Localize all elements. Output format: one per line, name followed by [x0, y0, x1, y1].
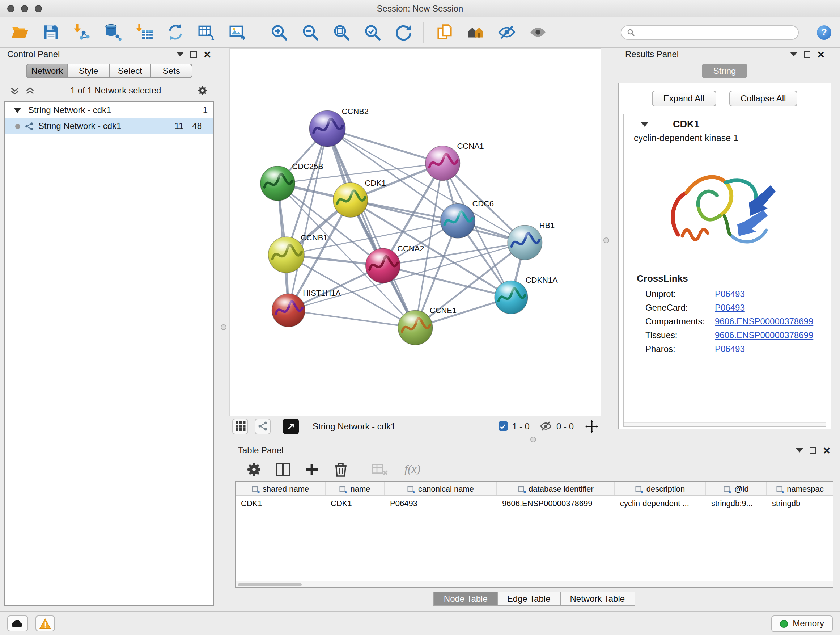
crosslink-link[interactable]: 9606.ENSP00000378699: [715, 330, 813, 340]
table-panel-collapse-icon[interactable]: [796, 448, 803, 453]
tab-edge-table[interactable]: Edge Table: [498, 592, 561, 606]
delete-table-button-disabled[interactable]: [371, 461, 388, 478]
right-splitter-handle[interactable]: [603, 238, 609, 243]
grid-view-button[interactable]: [232, 418, 248, 434]
network-edge[interactable]: [288, 310, 415, 328]
table-row[interactable]: CDK1 CDK1 P06493 9606.ENSP00000378699 cy…: [236, 496, 833, 510]
network-node-CDKN1A[interactable]: CDKN1A: [494, 276, 558, 314]
cell-name[interactable]: CDK1: [325, 496, 385, 510]
new-network-button[interactable]: [164, 21, 186, 43]
tab-string[interactable]: String: [702, 64, 748, 78]
help-button[interactable]: ?: [817, 25, 831, 40]
network-graph[interactable]: CCNB2CCNA1CDC25BCDK1CDC6RB1CCNB1CCNA2CDK…: [230, 49, 600, 416]
cell-namespace[interactable]: stringdb: [767, 496, 833, 510]
left-splitter-handle[interactable]: [221, 325, 226, 330]
table-panel-close-icon[interactable]: ✕: [823, 446, 831, 455]
network-options-gear-icon[interactable]: [197, 85, 208, 96]
save-session-button[interactable]: [40, 21, 62, 43]
tab-sets[interactable]: Sets: [151, 64, 193, 78]
import-table-from-file-button[interactable]: [133, 21, 155, 43]
cloud-status-button[interactable]: [7, 616, 28, 631]
table-horizontal-scrollbar[interactable]: [236, 581, 833, 587]
search-input[interactable]: [639, 28, 793, 36]
search-box[interactable]: [621, 25, 799, 40]
network-row[interactable]: String Network - cdk1 11 48: [5, 118, 213, 134]
hide-button[interactable]: [496, 21, 517, 43]
pan-crosshair-icon[interactable]: [585, 420, 598, 432]
column-header-namespace[interactable]: namespac: [767, 482, 833, 495]
cell-shared-name[interactable]: CDK1: [236, 496, 325, 510]
refresh-button[interactable]: [392, 21, 414, 43]
export-image-button[interactable]: [226, 21, 248, 43]
zoom-window-button[interactable]: [35, 5, 42, 12]
gene-section-collapse-icon[interactable]: [641, 122, 648, 126]
detach-view-button[interactable]: [283, 418, 299, 434]
control-panel-close-icon[interactable]: ✕: [203, 50, 211, 59]
column-header-name[interactable]: name: [325, 482, 385, 495]
network-node-CCNB2[interactable]: CCNB2: [309, 107, 369, 147]
column-header-id[interactable]: @id: [706, 482, 767, 495]
import-network-from-file-button[interactable]: [71, 21, 93, 43]
network-edge[interactable]: [327, 128, 415, 328]
network-node-CCNB1[interactable]: CCNB1: [268, 233, 328, 273]
add-column-button[interactable]: [303, 461, 321, 478]
expand-all-button[interactable]: Expand All: [652, 90, 716, 106]
tab-node-table[interactable]: Node Table: [434, 592, 498, 606]
open-session-button[interactable]: [9, 21, 30, 43]
bottom-splitter-handle[interactable]: [531, 437, 536, 442]
collection-expand-icon[interactable]: [14, 108, 21, 112]
network-collection-row[interactable]: String Network - cdk1 1: [5, 102, 213, 118]
collapse-all-networks-icon[interactable]: [25, 86, 35, 95]
tab-select[interactable]: Select: [110, 64, 151, 78]
hidden-eye-slash-icon[interactable]: [540, 420, 552, 432]
show-button[interactable]: [527, 21, 548, 43]
tab-network[interactable]: Network: [26, 64, 68, 78]
function-builder-button[interactable]: f(x): [404, 463, 420, 476]
table-panel-float-icon[interactable]: [810, 447, 816, 454]
table-options-button[interactable]: [245, 461, 263, 478]
memory-button[interactable]: Memory: [771, 615, 833, 632]
results-horizontal-scrollbar[interactable]: [624, 422, 826, 426]
zoom-selected-button[interactable]: [361, 21, 383, 43]
results-panel-float-icon[interactable]: [804, 51, 810, 57]
warnings-button[interactable]: [35, 616, 55, 631]
collapse-all-button[interactable]: Collapse All: [729, 90, 797, 106]
delete-column-button[interactable]: [332, 461, 349, 478]
selected-checkbox[interactable]: [499, 421, 508, 431]
crosslink-link[interactable]: P06493: [715, 288, 745, 299]
minimize-window-button[interactable]: [21, 5, 28, 12]
network-node-CCNA1[interactable]: CCNA1: [425, 141, 484, 181]
zoom-in-button[interactable]: [268, 21, 289, 43]
network-view-canvas[interactable]: CCNB2CCNA1CDC25BCDK1CDC6RB1CCNB1CCNA2CDK…: [229, 48, 601, 416]
column-header-database-identifier[interactable]: database identifier: [497, 482, 615, 495]
home-button[interactable]: [464, 21, 486, 43]
network-edge[interactable]: [288, 128, 327, 310]
cell-canonical-name[interactable]: P06493: [385, 496, 497, 510]
results-panel-close-icon[interactable]: ✕: [817, 50, 825, 59]
network-node-RB1[interactable]: RB1: [508, 221, 554, 260]
tab-network-table[interactable]: Network Table: [561, 592, 635, 606]
results-panel-collapse-icon[interactable]: [790, 52, 797, 57]
column-header-shared-name[interactable]: shared name: [236, 482, 325, 495]
column-header-description[interactable]: description: [615, 482, 706, 495]
network-node-CDK1[interactable]: CDK1: [333, 179, 386, 218]
tab-style[interactable]: Style: [68, 64, 110, 78]
zoom-out-button[interactable]: [299, 21, 321, 43]
crosslink-link[interactable]: 9606.ENSP00000378699: [715, 316, 813, 326]
zoom-fit-button[interactable]: [330, 21, 352, 43]
copy-document-button[interactable]: [433, 21, 455, 43]
show-columns-button[interactable]: [274, 461, 292, 478]
cell-id[interactable]: stringdb:9...: [706, 496, 767, 510]
expand-all-networks-icon[interactable]: [10, 86, 19, 95]
column-header-canonical-name[interactable]: canonical name: [385, 482, 497, 495]
cell-database-identifier[interactable]: 9606.ENSP00000378699: [497, 496, 615, 510]
cell-description[interactable]: cyclin-dependent ...: [615, 496, 706, 510]
control-panel-collapse-icon[interactable]: [177, 52, 184, 57]
close-window-button[interactable]: [7, 5, 14, 12]
control-panel-float-icon[interactable]: [190, 51, 197, 57]
crosslink-link[interactable]: P06493: [715, 302, 745, 312]
network-node-HIST1H1A[interactable]: HIST1H1A: [272, 288, 341, 327]
birdseye-view-button[interactable]: [255, 418, 271, 434]
crosslink-link[interactable]: P06493: [715, 344, 745, 354]
scrollbar-thumb[interactable]: [238, 583, 302, 586]
